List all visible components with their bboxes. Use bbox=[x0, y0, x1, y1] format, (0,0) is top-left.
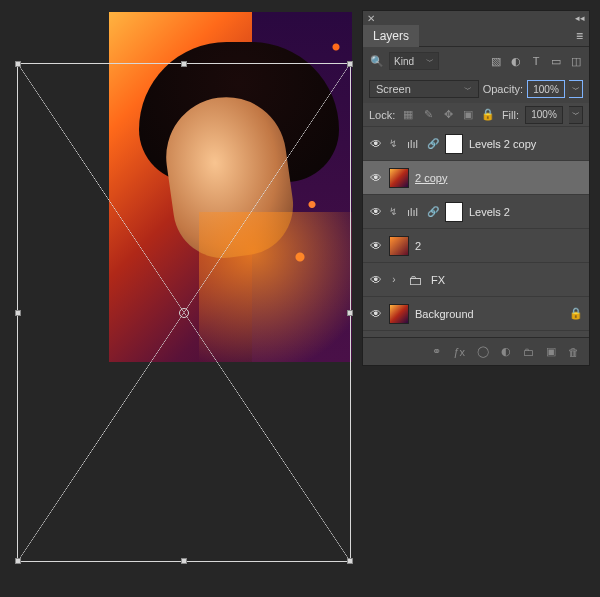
opacity-label: Opacity: bbox=[483, 83, 523, 95]
layers-list: 👁 ↯ ılıl 🔗 Levels 2 copy 👁 2 copy 👁 ↯ ıl… bbox=[363, 127, 589, 337]
layer-mask-thumb[interactable] bbox=[445, 134, 463, 154]
search-icon[interactable]: 🔍 bbox=[369, 53, 385, 69]
layer-row[interactable]: 👁 › 🗀 FX bbox=[363, 263, 589, 297]
filter-adjust-icon[interactable]: ◐ bbox=[509, 54, 523, 68]
visibility-icon[interactable]: 👁 bbox=[369, 239, 383, 253]
lock-artboard-icon[interactable]: ▣ bbox=[461, 108, 475, 122]
blend-opacity-row: Screen ﹀ Opacity: 100% ﹀ bbox=[363, 75, 589, 103]
delete-icon[interactable]: 🗑 bbox=[568, 346, 579, 358]
document-image bbox=[109, 12, 352, 362]
fx-icon[interactable]: ƒx bbox=[453, 346, 465, 358]
link-icon: 🔗 bbox=[427, 206, 439, 217]
fill-label: Fill: bbox=[502, 109, 519, 121]
layer-thumb[interactable] bbox=[389, 236, 409, 256]
transform-handle-se[interactable] bbox=[347, 558, 353, 564]
lock-fill-row: Lock: ▦ ✎ ✥ ▣ 🔒 Fill: 100% ﹀ bbox=[363, 103, 589, 127]
layer-row[interactable]: 👁 2 bbox=[363, 229, 589, 263]
blend-mode-value: Screen bbox=[376, 83, 411, 95]
layers-panel: ✕ ◂◂ Layers ≡ 🔍 Kind ﹀ ▧ ◐ T ▭ ◫ Screen … bbox=[362, 10, 590, 366]
filter-type-icon[interactable]: T bbox=[529, 54, 543, 68]
layer-name[interactable]: 2 bbox=[415, 240, 583, 252]
fill-stepper[interactable]: ﹀ bbox=[569, 106, 583, 124]
layer-name[interactable]: Background bbox=[415, 308, 563, 320]
lock-transparency-icon[interactable]: ▦ bbox=[401, 108, 415, 122]
link-layers-icon[interactable]: ⚭ bbox=[432, 345, 441, 358]
lock-all-icon[interactable]: 🔒 bbox=[481, 108, 495, 122]
layer-mask-thumb[interactable] bbox=[445, 202, 463, 222]
panel-grip-bar[interactable]: ✕ ◂◂ bbox=[363, 11, 589, 25]
filter-smart-icon[interactable]: ◫ bbox=[569, 54, 583, 68]
folder-icon: 🗀 bbox=[405, 270, 425, 290]
visibility-icon[interactable]: 👁 bbox=[369, 307, 383, 321]
filter-type-label: Kind bbox=[394, 56, 414, 67]
layer-thumb[interactable] bbox=[389, 304, 409, 324]
new-layer-icon[interactable]: ▣ bbox=[546, 345, 556, 358]
link-mask-icon: ↯ bbox=[389, 138, 401, 149]
panel-menu-icon[interactable]: ≡ bbox=[576, 29, 583, 43]
layer-row[interactable]: 👁 2 copy bbox=[363, 161, 589, 195]
visibility-icon[interactable]: 👁 bbox=[369, 273, 383, 287]
link-mask-icon: ↯ bbox=[389, 206, 401, 217]
collapse-icon[interactable]: ✕ bbox=[367, 13, 375, 24]
layer-name[interactable]: FX bbox=[431, 274, 583, 286]
fill-input[interactable]: 100% bbox=[525, 106, 563, 124]
visibility-icon[interactable]: 👁 bbox=[369, 205, 383, 219]
layer-row[interactable]: 👁 ↯ ılıl 🔗 Levels 2 copy bbox=[363, 127, 589, 161]
transform-handle-sw[interactable] bbox=[15, 558, 21, 564]
filter-pixel-icon[interactable]: ▧ bbox=[489, 54, 503, 68]
blend-mode-select[interactable]: Screen ﹀ bbox=[369, 80, 479, 98]
chevron-down-icon: ﹀ bbox=[464, 84, 472, 95]
levels-icon: ılıl bbox=[407, 138, 421, 150]
levels-icon: ılıl bbox=[407, 206, 421, 218]
layer-row[interactable]: 👁 ↯ ılıl 🔗 Levels 2 bbox=[363, 195, 589, 229]
lock-brush-icon[interactable]: ✎ bbox=[421, 108, 435, 122]
add-mask-icon[interactable]: ◯ bbox=[477, 345, 489, 358]
panel-tabs: Layers ≡ bbox=[363, 25, 589, 47]
tab-layers[interactable]: Layers bbox=[363, 25, 419, 47]
lock-icon: 🔒 bbox=[569, 307, 583, 320]
lock-label: Lock: bbox=[369, 109, 395, 121]
adjustment-icon[interactable]: ◐ bbox=[501, 345, 511, 358]
layer-filter-row: 🔍 Kind ﹀ ▧ ◐ T ▭ ◫ bbox=[363, 47, 589, 75]
group-icon[interactable]: 🗀 bbox=[523, 346, 534, 358]
visibility-icon[interactable]: 👁 bbox=[369, 171, 383, 185]
visibility-icon[interactable]: 👁 bbox=[369, 137, 383, 151]
layer-row[interactable]: 👁 Background 🔒 bbox=[363, 297, 589, 331]
filter-type-select[interactable]: Kind ﹀ bbox=[389, 52, 439, 70]
chevron-down-icon: ﹀ bbox=[426, 56, 434, 67]
opacity-stepper[interactable]: ﹀ bbox=[569, 80, 583, 98]
filter-shape-icon[interactable]: ▭ bbox=[549, 54, 563, 68]
panel-footer: ⚭ ƒx ◯ ◐ 🗀 ▣ 🗑 bbox=[363, 337, 589, 365]
opacity-input[interactable]: 100% bbox=[527, 80, 565, 98]
link-icon: 🔗 bbox=[427, 138, 439, 149]
transform-handle-s[interactable] bbox=[181, 558, 187, 564]
expand-caret-icon[interactable]: › bbox=[389, 274, 399, 285]
transform-handle-nw[interactable] bbox=[15, 61, 21, 67]
lock-position-icon[interactable]: ✥ bbox=[441, 108, 455, 122]
chevron-left-icon[interactable]: ◂◂ bbox=[575, 13, 585, 23]
layer-thumb[interactable] bbox=[389, 168, 409, 188]
layer-name[interactable]: Levels 2 bbox=[469, 206, 583, 218]
layer-name[interactable]: Levels 2 copy bbox=[469, 138, 583, 150]
layer-name[interactable]: 2 copy bbox=[415, 172, 583, 184]
transform-handle-w[interactable] bbox=[15, 310, 21, 316]
